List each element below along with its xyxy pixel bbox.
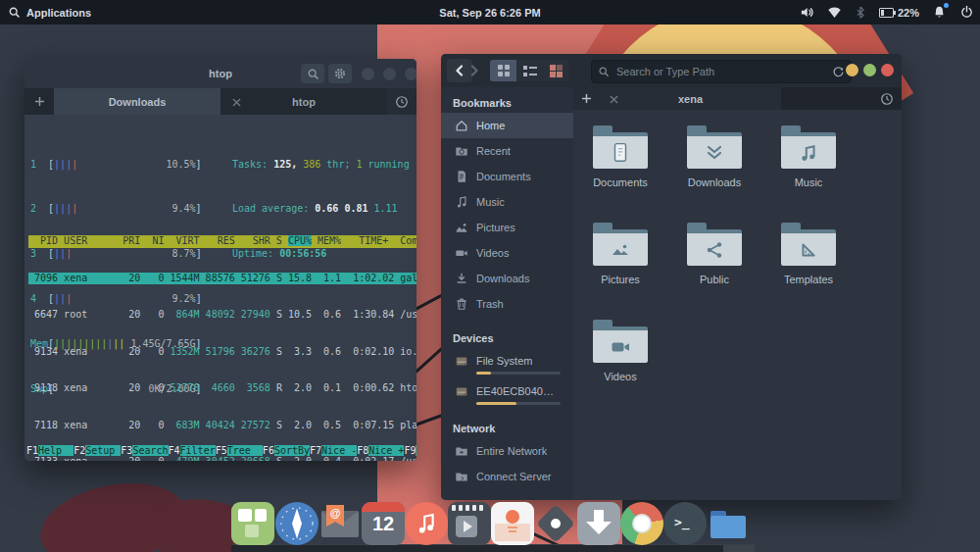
sidebar-item-music[interactable]: Music <box>441 189 573 215</box>
window-button[interactable] <box>405 68 416 80</box>
sidebar-item-label: Downloads <box>476 273 529 284</box>
new-tab-button[interactable] <box>573 87 600 110</box>
sidebar-item-recent[interactable]: Recent <box>441 138 573 164</box>
search-bar[interactable] <box>591 60 852 83</box>
view-switcher <box>490 60 569 81</box>
htop-function-keys[interactable]: F1Help F2Setup F3SearchF4FilterF5Tree F6… <box>26 444 416 457</box>
search-input[interactable] <box>614 65 827 78</box>
htop-process-row[interactable]: 9118 xena 20 0 52776 4660 3568 R 2.0 0.1… <box>28 382 416 395</box>
sidebar-item-trash[interactable]: Trash <box>441 291 573 317</box>
folder-videos[interactable]: Videos <box>573 320 667 417</box>
dock-files-icon[interactable] <box>707 502 750 545</box>
dock-installer-icon[interactable] <box>577 502 620 545</box>
terminal-titlebar[interactable]: htop <box>24 59 416 88</box>
device-usage-bar <box>476 402 561 405</box>
file-manager-sidebar: Bookmarks Home Recent Documents Music <box>441 87 573 500</box>
folder-public-icon <box>687 229 742 266</box>
sidebar-item-entire-network[interactable]: Entire Network <box>441 438 573 464</box>
window-close-button[interactable] <box>881 64 894 76</box>
sidebar-item-label: Music <box>476 196 505 208</box>
dock-videos-icon[interactable] <box>448 502 491 545</box>
dock-web-browser-icon[interactable] <box>275 502 318 545</box>
folder-music[interactable]: Music <box>761 125 856 223</box>
notifications-indicator[interactable] <box>932 5 947 20</box>
forward-button[interactable] <box>462 59 487 82</box>
sidebar-item-home[interactable]: Home <box>441 113 573 138</box>
refresh-icon[interactable] <box>832 66 845 78</box>
window-button[interactable] <box>362 68 374 80</box>
panel-clock[interactable]: Sat, Sep 26 6:26 PM <box>439 7 540 19</box>
grid-view-icon <box>498 65 510 76</box>
window-button[interactable] <box>383 68 396 80</box>
sidebar-item-label: Documents <box>476 171 531 182</box>
sidebar-item-label: Home <box>476 120 505 131</box>
power-icon[interactable] <box>959 5 974 20</box>
network-folder-icon <box>455 444 468 458</box>
column-view-icon <box>550 65 563 77</box>
dock-camera-icon[interactable] <box>534 502 577 545</box>
wifi-icon[interactable] <box>827 6 842 19</box>
dock-calendar-icon[interactable]: 12 <box>362 502 405 545</box>
htop-output[interactable]: 1 [|||| 10.5%] 2 [|||| 9.4%] 3 [||| 8.7%… <box>24 115 416 461</box>
gear-icon <box>333 67 347 80</box>
terminal-settings-button[interactable] <box>328 64 352 83</box>
sidebar-device-filesystem[interactable]: File System <box>441 348 573 378</box>
battery-icon <box>879 8 894 18</box>
window-minimize-button[interactable] <box>846 64 858 76</box>
grid-view-button[interactable] <box>490 60 516 81</box>
folder-pictures-icon <box>593 229 648 266</box>
plus-icon <box>581 93 592 104</box>
sidebar-item-connect-server[interactable]: Connect Server <box>441 464 573 489</box>
folder-pictures[interactable]: Pictures <box>573 223 667 320</box>
htop-table-header[interactable]: PID USER PRI NI VIRT RES SHR S CPU% MEM%… <box>28 235 416 248</box>
bluetooth-disabled-icon[interactable] <box>855 5 866 20</box>
tab-history-button[interactable] <box>387 88 416 115</box>
folder-label: Videos <box>604 371 636 382</box>
file-manager-toolbar[interactable] <box>441 54 902 87</box>
music-note-icon <box>455 195 468 209</box>
tab-history-button[interactable] <box>872 87 902 110</box>
list-view-button[interactable] <box>516 60 543 81</box>
folder-public[interactable]: Public <box>667 223 761 320</box>
terminal-search-button[interactable] <box>301 64 324 83</box>
battery-indicator[interactable]: 22% <box>879 7 919 19</box>
dock-mail-icon[interactable] <box>318 502 362 545</box>
folder-downloads[interactable]: Downloads <box>667 125 761 223</box>
htop-process-row[interactable]: 9134 xena 20 0 1352M 51796 36276 S 3.3 0… <box>28 346 416 359</box>
tab-downloads[interactable]: Downloads <box>54 88 220 115</box>
list-view-icon <box>523 66 537 76</box>
dock-appcenter-icon[interactable] <box>231 502 274 545</box>
column-view-button[interactable] <box>543 60 569 81</box>
download-icon <box>455 272 468 285</box>
htop-process-row[interactable]: 6647 root 20 0 864M 48092 27940 S 10.5 0… <box>28 309 416 322</box>
tab-label: xena <box>678 93 703 105</box>
network-heading: Network <box>453 423 573 434</box>
file-manager-content[interactable]: Documents Downloads Music <box>573 110 902 500</box>
dock-terminal-icon[interactable] <box>663 502 707 545</box>
htop-process-row[interactable]: 7118 xena 20 0 683M 40424 27572 S 2.0 0.… <box>28 420 416 432</box>
close-tab-icon[interactable] <box>610 93 618 105</box>
htop-process-row[interactable]: 7096 xena 20 0 1544M 88576 51276 S 15.8 … <box>28 273 416 285</box>
calendar-day: 12 <box>362 513 405 535</box>
sidebar-item-documents[interactable]: Documents <box>441 164 573 189</box>
volume-icon[interactable] <box>800 5 814 20</box>
sidebar-device-volume[interactable]: EE40ECB040EC812... <box>441 378 573 409</box>
tab-xena[interactable]: xena <box>600 87 781 110</box>
folder-label: Downloads <box>688 176 741 188</box>
notification-badge <box>944 3 949 8</box>
folder-documents[interactable]: Documents <box>573 125 667 223</box>
dock-music-icon[interactable] <box>405 502 448 545</box>
tab-htop[interactable]: htop <box>220 88 387 115</box>
sidebar-item-videos[interactable]: Videos <box>441 240 573 266</box>
dock-photos-icon[interactable] <box>491 502 534 545</box>
folder-documents-icon <box>593 132 648 169</box>
new-tab-button[interactable] <box>24 88 54 115</box>
chevron-right-icon <box>468 65 480 76</box>
sidebar-item-pictures[interactable]: Pictures <box>441 215 573 240</box>
dock-chrome-icon[interactable] <box>620 502 663 545</box>
window-maximize-button[interactable] <box>863 64 876 76</box>
sidebar-item-downloads[interactable]: Downloads <box>441 266 573 291</box>
folder-templates[interactable]: Templates <box>761 223 856 320</box>
device-label: File System <box>476 355 532 367</box>
close-tab-icon[interactable] <box>232 96 241 108</box>
